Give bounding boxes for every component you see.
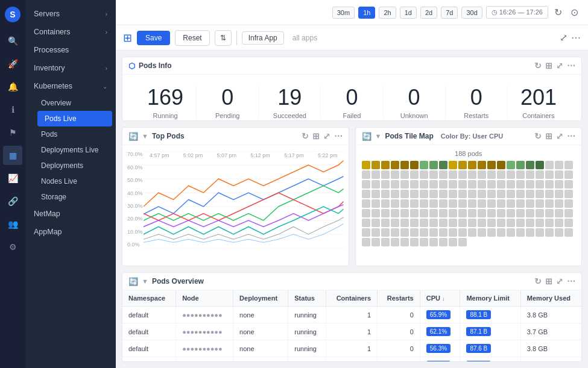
col-mem-used[interactable]: Memory Used bbox=[520, 290, 581, 307]
tile-cell[interactable] bbox=[555, 199, 563, 208]
sidebar-item-overview[interactable]: Overview bbox=[34, 95, 116, 111]
tile-cell[interactable] bbox=[449, 170, 457, 179]
tile-cell[interactable] bbox=[371, 238, 380, 246]
tile-cell[interactable] bbox=[410, 219, 419, 227]
sidebar-item-processes[interactable]: Processes bbox=[25, 41, 116, 59]
tile-cell[interactable] bbox=[564, 180, 573, 189]
nav-icon-link[interactable]: 🔗 bbox=[3, 192, 22, 211]
save-button[interactable]: Save bbox=[137, 31, 170, 45]
tile-cell[interactable] bbox=[487, 228, 496, 237]
tile-cell[interactable] bbox=[420, 161, 428, 169]
tile-cell[interactable] bbox=[371, 190, 380, 198]
tile-cell[interactable] bbox=[478, 170, 486, 179]
sidebar-item-storage[interactable]: Storage bbox=[34, 189, 116, 205]
time-btn-30m[interactable]: 30m bbox=[332, 7, 355, 19]
sidebar-item-servers[interactable]: Servers › bbox=[25, 5, 116, 23]
tile-cell[interactable] bbox=[410, 209, 419, 217]
tile-cell[interactable] bbox=[381, 161, 390, 169]
tile-cell[interactable] bbox=[516, 209, 525, 217]
tile-cell[interactable] bbox=[439, 180, 447, 189]
tile-cell[interactable] bbox=[478, 199, 486, 208]
expand-icon[interactable]: ⤢ bbox=[556, 131, 563, 141]
tile-cell[interactable] bbox=[555, 190, 563, 198]
tile-cell[interactable] bbox=[420, 238, 428, 246]
tile-cell[interactable] bbox=[420, 170, 428, 179]
tile-cell[interactable] bbox=[458, 199, 467, 208]
more-icon[interactable]: ⋯ bbox=[567, 276, 575, 286]
tile-cell[interactable] bbox=[371, 219, 380, 227]
expand-icon[interactable]: ⤢ bbox=[560, 32, 567, 43]
sidebar-item-deployments[interactable]: Deployments bbox=[34, 158, 116, 173]
tile-cell[interactable] bbox=[381, 209, 390, 217]
tile-cell[interactable] bbox=[487, 180, 496, 189]
tile-cell[interactable] bbox=[381, 180, 390, 189]
tile-cell[interactable] bbox=[516, 180, 525, 189]
col-node[interactable]: Node bbox=[176, 290, 233, 307]
tile-cell[interactable] bbox=[458, 190, 467, 198]
tile-cell[interactable] bbox=[362, 209, 370, 217]
tile-cell[interactable] bbox=[449, 238, 457, 246]
col-mem-limit[interactable]: Memory Limit bbox=[460, 290, 520, 307]
tile-cell[interactable] bbox=[526, 209, 534, 217]
tile-cell[interactable] bbox=[497, 170, 505, 179]
tile-cell[interactable] bbox=[439, 219, 447, 227]
sidebar-item-pods-live[interactable]: Pods Live bbox=[37, 111, 112, 126]
tile-cell[interactable] bbox=[516, 199, 525, 208]
tile-cell[interactable] bbox=[564, 228, 573, 237]
tile-cell[interactable] bbox=[497, 228, 505, 237]
pin-icon[interactable]: ⊞ bbox=[545, 131, 552, 141]
tile-cell[interactable] bbox=[449, 219, 457, 227]
tile-cell[interactable] bbox=[507, 228, 515, 237]
tile-cell[interactable] bbox=[468, 219, 476, 227]
tile-cell[interactable] bbox=[497, 190, 505, 198]
pin-icon[interactable]: ⊞ bbox=[545, 276, 552, 286]
tile-cell[interactable] bbox=[400, 238, 409, 246]
tile-cell[interactable] bbox=[497, 199, 505, 208]
tile-cell[interactable] bbox=[497, 180, 505, 189]
tile-cell[interactable] bbox=[564, 209, 573, 217]
more-icon[interactable]: ⋯ bbox=[334, 131, 343, 141]
sidebar-item-deployments-live[interactable]: Deployments Live bbox=[34, 142, 116, 158]
tile-cell[interactable] bbox=[391, 219, 399, 227]
tile-cell[interactable] bbox=[526, 199, 534, 208]
nav-icon-flag[interactable]: ⚑ bbox=[3, 123, 22, 142]
sidebar-item-pods[interactable]: Pods bbox=[34, 126, 116, 142]
pin-icon[interactable]: ⊞ bbox=[545, 61, 552, 70]
tile-cell[interactable] bbox=[478, 219, 486, 227]
refresh-icon[interactable]: ↻ bbox=[534, 131, 542, 141]
tile-cell[interactable] bbox=[555, 170, 563, 179]
tile-cell[interactable] bbox=[564, 190, 573, 198]
tile-cell[interactable] bbox=[381, 228, 390, 237]
tile-cell[interactable] bbox=[487, 161, 496, 169]
tile-cell[interactable] bbox=[487, 170, 496, 179]
tile-cell[interactable] bbox=[507, 190, 515, 198]
tile-cell[interactable] bbox=[468, 161, 476, 169]
expand-icon[interactable]: ⤢ bbox=[556, 276, 563, 286]
tile-cell[interactable] bbox=[371, 180, 380, 189]
tile-cell[interactable] bbox=[391, 209, 399, 217]
tile-cell[interactable] bbox=[478, 209, 486, 217]
tile-cell[interactable] bbox=[420, 219, 428, 227]
tile-cell[interactable] bbox=[391, 170, 399, 179]
tile-cell[interactable] bbox=[420, 190, 428, 198]
nav-icon-info[interactable]: ℹ bbox=[3, 100, 22, 119]
more-icon[interactable]: ⋯ bbox=[567, 131, 575, 141]
tile-cell[interactable] bbox=[555, 228, 563, 237]
tile-cell[interactable] bbox=[391, 199, 399, 208]
col-cpu[interactable]: CPU ↓ bbox=[420, 290, 460, 307]
tile-cell[interactable] bbox=[478, 190, 486, 198]
tile-cell[interactable] bbox=[410, 228, 419, 237]
tile-cell[interactable] bbox=[391, 180, 399, 189]
tile-cell[interactable] bbox=[497, 209, 505, 217]
tile-cell[interactable] bbox=[449, 228, 457, 237]
tile-cell[interactable] bbox=[468, 209, 476, 217]
infra-app-tag[interactable]: Infra App bbox=[242, 31, 284, 45]
tile-cell[interactable] bbox=[449, 199, 457, 208]
tile-cell[interactable] bbox=[362, 199, 370, 208]
more-panel-icon[interactable]: ⋯ bbox=[567, 61, 575, 70]
tile-cell[interactable] bbox=[410, 238, 419, 246]
filter-button[interactable]: ⇅ bbox=[215, 30, 232, 46]
tile-cell[interactable] bbox=[507, 209, 515, 217]
tile-cell[interactable] bbox=[420, 228, 428, 237]
tile-cell[interactable] bbox=[400, 161, 409, 169]
